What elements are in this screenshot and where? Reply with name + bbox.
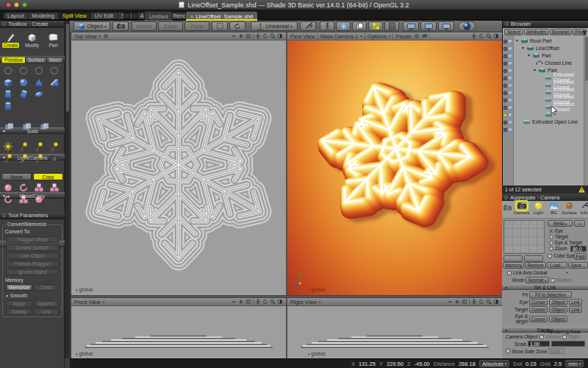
distant-light-icon[interactable] — [34, 141, 44, 152]
tree-row-lineoffset-part[interactable]: ▼ LineOffset — [521, 44, 559, 52]
browser-tab-select[interactable]: Select — [504, 29, 523, 35]
aggregate-tab-bg[interactable]: BG — [546, 202, 562, 217]
eye-object-button[interactable]: Object — [549, 299, 567, 305]
right-view-global-selector[interactable]: ▾ global — [308, 351, 325, 356]
quad-view-button[interactable] — [420, 21, 437, 31]
convert-curved-surface-button[interactable]: Curved Surface — [6, 244, 59, 251]
copy-rotate-icon[interactable] — [18, 183, 29, 193]
cylinder-primitive-icon[interactable] — [3, 89, 13, 99]
warning-icon[interactable]: ! — [578, 187, 585, 193]
row-toggle[interactable] — [503, 38, 513, 45]
row-toggle[interactable] — [503, 126, 513, 133]
preview-view-button[interactable] — [438, 21, 454, 31]
pan-icon[interactable] — [471, 33, 477, 39]
target-link-button[interactable]: Link — [569, 306, 582, 313]
target-cursor-button[interactable]: Cursor — [529, 306, 548, 313]
tab-uv-edit[interactable]: UV Edit — [91, 13, 118, 19]
eye-cursor-button[interactable]: Cursor — [529, 299, 548, 305]
panel-disclosure-icon[interactable] — [2, 213, 6, 217]
smooth-append-button[interactable]: Append — [34, 300, 59, 307]
subtract-icon[interactable] — [22, 122, 32, 131]
safe-zone-field[interactable]: 0.90 — [548, 348, 564, 354]
copy-array-icon[interactable] — [3, 194, 13, 205]
pers-viewport[interactable]: ▾ global — [287, 40, 502, 295]
convert-ignore-object-button[interactable]: Ignore Object — [6, 269, 59, 275]
tab-layout[interactable]: Layout — [4, 13, 29, 19]
row-toggle[interactable] — [503, 60, 513, 67]
ring-icon[interactable] — [49, 66, 60, 76]
figure-tool-button[interactable] — [320, 21, 334, 31]
orbit-icon[interactable] — [493, 299, 499, 305]
front-view-title[interactable]: Front View — [74, 299, 101, 305]
zoom-tool-icon[interactable] — [270, 299, 276, 305]
scrollbar-thumb[interactable] — [66, 24, 69, 112]
row-toggle[interactable] — [503, 52, 513, 60]
zoom-tool-icon[interactable] — [486, 33, 492, 39]
wire-grid-button[interactable] — [384, 21, 399, 31]
rotate-view-icon[interactable] — [262, 33, 268, 39]
copy-button[interactable]: Copy — [33, 173, 63, 180]
copy-translate-icon[interactable] — [3, 183, 13, 193]
subtab-primitive[interactable]: Primitive — [1, 57, 26, 63]
zoom-in-icon[interactable] — [454, 299, 460, 305]
copy-mirror-icon[interactable] — [49, 183, 60, 193]
toolbox-tab-create[interactable]: Create — [1, 29, 21, 48]
right-viewport[interactable]: ▾ global — [287, 306, 502, 358]
row-toggle[interactable] — [503, 96, 513, 104]
rotate-tool-button[interactable] — [229, 21, 245, 31]
smooth-apply-button[interactable]: Apply — [6, 300, 32, 307]
options-dropdown[interactable]: Options — [368, 33, 387, 40]
mode-dropdown[interactable]: Normal ▾ — [526, 277, 549, 283]
safe-zone-row[interactable]: Show Safe Zone 0.90 — [506, 348, 564, 354]
single-view-button[interactable] — [403, 21, 419, 31]
row-toggle[interactable] — [503, 111, 513, 118]
zoom-in-icon[interactable] — [238, 33, 244, 39]
camera-preview[interactable] — [503, 220, 545, 254]
rendering-area-row[interactable]: ✓ Rendering Area — [541, 328, 580, 334]
memory-button[interactable]: Memory — [503, 262, 524, 269]
rotate-sweep-icon[interactable] — [18, 66, 29, 76]
restore-button[interactable]: Restore — [525, 262, 546, 269]
panel-disclosure-icon[interactable] — [2, 22, 6, 26]
linear-light-icon[interactable] — [18, 153, 29, 163]
toolbox-tab-modify[interactable]: Modify — [22, 29, 42, 48]
zoom-value-field[interactable]: 80.0 — [570, 246, 587, 252]
tool-parameters-header[interactable]: Tool Parameters — [0, 212, 65, 219]
zoom-tool-icon[interactable] — [270, 33, 276, 39]
gear-icon[interactable] — [414, 33, 420, 39]
fit-view-icon[interactable] — [245, 33, 251, 39]
radio-target[interactable]: Target — [549, 234, 568, 239]
orbit-icon[interactable] — [277, 33, 283, 39]
top-view-global-selector[interactable]: ▾ global — [76, 287, 93, 292]
pers-view-title[interactable]: Pers View — [290, 33, 315, 40]
rotate-view-icon[interactable] — [262, 299, 268, 305]
volume-checkbox[interactable] — [539, 335, 544, 339]
tree-row-part[interactable]: ▼ Part — [527, 52, 551, 59]
panel-disclosure-icon[interactable] — [504, 196, 508, 199]
duplicate-tool-button[interactable] — [352, 21, 367, 31]
coordinate-mode-dropdown[interactable]: Absolute▾ — [479, 360, 509, 367]
unit-dropdown[interactable]: mm▾ — [565, 360, 584, 367]
sight-checkbox[interactable] — [562, 335, 567, 339]
panel-disclosure-icon[interactable] — [505, 22, 509, 26]
box-primitive-icon[interactable] — [3, 77, 13, 88]
convert-pseudo-polygon-button[interactable]: Pseudo Polygon — [6, 261, 59, 267]
toolbox-tab-part[interactable]: Part — [43, 29, 63, 48]
subtab-surface[interactable]: Surface — [25, 57, 47, 63]
distant-checkbox[interactable] — [551, 278, 555, 283]
face-mode-button[interactable]: Face — [184, 21, 209, 31]
pan-icon[interactable] — [471, 299, 477, 305]
extrude-icon[interactable] — [34, 66, 44, 76]
sphere-primitive-icon[interactable] — [18, 77, 29, 88]
fit-to-selection-button[interactable]: Fit to Selection — [529, 291, 572, 298]
flood-light-icon[interactable] — [34, 153, 44, 163]
doc-tab-untitled[interactable]: Untitled — [144, 11, 173, 21]
convert-line-object-button[interactable]: Line Object — [6, 252, 59, 259]
aggregate-tab-info[interactable]: Info — [576, 202, 588, 217]
front-viewport[interactable]: ▾ global — [71, 306, 286, 358]
target-object-button[interactable]: Object — [549, 306, 567, 313]
eye-target-object-button[interactable]: Object — [549, 316, 567, 322]
edge-mode-button[interactable]: Edge — [158, 21, 183, 31]
top-viewport[interactable]: ▾ global — [71, 40, 286, 295]
toolbox-scrollbar[interactable] — [65, 21, 70, 358]
